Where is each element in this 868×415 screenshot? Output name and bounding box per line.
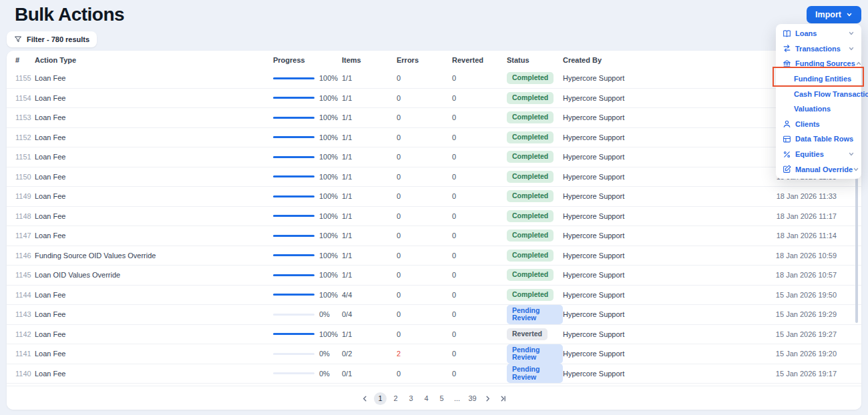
table-row[interactable]: 1144Loan Fee100%4/400CompletedHypercore … <box>7 286 861 306</box>
menu-item-equities[interactable]: Equities <box>776 147 861 162</box>
status-cell: Completed <box>507 92 563 104</box>
reverted-count: 0 <box>452 232 507 240</box>
errors-count: 0 <box>397 192 452 200</box>
table-icon <box>783 135 791 143</box>
row-id: 1142 <box>15 330 35 338</box>
menu-item-clients[interactable]: Clients <box>776 117 861 132</box>
menu-item-funding-sources[interactable]: Funding Sources <box>776 56 861 71</box>
status-badge: Completed <box>507 92 554 104</box>
menu-item-cash-flow-transactions[interactable]: Cash Flow Transactions <box>776 86 861 101</box>
row-id: 1153 <box>15 113 35 121</box>
created-at: 15 Jan 2026 19:29 <box>723 310 861 318</box>
items-count: 0/1 <box>342 370 397 378</box>
status-badge: Completed <box>507 131 554 143</box>
previous-page-button[interactable] <box>359 392 371 405</box>
chevron-down-icon <box>848 151 855 157</box>
row-id: 1150 <box>15 173 35 181</box>
row-id: 1147 <box>15 232 35 240</box>
items-count: 1/1 <box>342 133 397 141</box>
status-cell: Completed <box>507 289 563 301</box>
table-row[interactable]: 1142Loan Fee100%1/100RevertedHypercore S… <box>7 325 861 345</box>
progress-cell: 100% <box>273 173 342 181</box>
progress-percent: 100% <box>319 291 338 299</box>
action-type: Loan Fee <box>35 192 273 200</box>
table-row[interactable]: 1150Loan Fee100%1/100CompletedHypercore … <box>7 167 861 187</box>
reverted-count: 0 <box>452 350 507 358</box>
reverted-count: 0 <box>452 252 507 260</box>
import-button[interactable]: Import <box>807 6 861 23</box>
table-row[interactable]: 1155Loan Fee100%1/100CompletedHypercore … <box>7 69 861 89</box>
table-scrollbar-thumb[interactable] <box>855 177 858 323</box>
import-button-label: Import <box>815 10 841 19</box>
table-row[interactable]: 1152Loan Fee100%1/100CompletedHypercore … <box>7 128 861 148</box>
table-row[interactable]: 1145Loan OID Values Override100%1/100Com… <box>7 266 861 286</box>
table-row[interactable]: 1154Loan Fee100%1/100CompletedHypercore … <box>7 89 861 109</box>
progress-bar <box>273 294 314 296</box>
created-by: Hypercore Support <box>563 173 723 181</box>
status-cell: Completed <box>507 250 563 262</box>
column-header-errors: Errors <box>397 56 452 64</box>
table-row[interactable]: 1143Loan Fee0%0/400Pending ReviewHyperco… <box>7 305 861 325</box>
errors-count: 0 <box>397 252 452 260</box>
errors-count: 0 <box>397 153 452 161</box>
page-button-1[interactable]: 1 <box>374 392 387 405</box>
table-row[interactable]: 1141Loan Fee0%0/220Pending ReviewHyperco… <box>7 344 861 364</box>
table-row[interactable]: 1153Loan Fee100%1/100CompletedHypercore … <box>7 108 861 128</box>
progress-bar <box>273 333 314 335</box>
table-row[interactable]: 1149Loan Fee100%1/100CompletedHypercore … <box>7 187 861 207</box>
progress-cell: 0% <box>273 370 342 378</box>
page-button-4[interactable]: 4 <box>420 392 433 405</box>
progress-bar <box>273 175 314 177</box>
progress-percent: 100% <box>319 153 338 161</box>
table-row[interactable]: 1146Funding Source OID Values Override10… <box>7 246 861 266</box>
status-cell: Completed <box>507 269 563 281</box>
last-page-button[interactable] <box>497 392 509 405</box>
menu-item-funding-entities[interactable]: Funding Entities <box>776 71 861 87</box>
table-row[interactable]: 1140Loan Fee0%0/100Pending ReviewHyperco… <box>7 364 861 384</box>
created-by: Hypercore Support <box>563 74 723 82</box>
created-by: Hypercore Support <box>563 310 723 318</box>
progress-percent: 100% <box>319 271 338 279</box>
progress-cell: 100% <box>273 232 342 240</box>
page-button-39[interactable]: 39 <box>466 392 479 405</box>
progress-cell: 100% <box>273 291 342 299</box>
column-header-progress: Progress <box>273 56 342 64</box>
menu-item-manual-override[interactable]: Manual Override <box>776 161 861 177</box>
row-id: 1143 <box>15 310 35 318</box>
created-at: 18 Jan 2026 11:14 <box>723 232 861 240</box>
menu-item-valuations[interactable]: Valuations <box>776 101 861 117</box>
menu-item-loans[interactable]: Loans <box>776 26 861 41</box>
table-row[interactable]: 1147Loan Fee100%1/100CompletedHypercore … <box>7 226 861 246</box>
progress-cell: 0% <box>273 350 342 358</box>
action-type: Loan Fee <box>35 74 273 82</box>
page-button-5[interactable]: 5 <box>435 392 448 405</box>
created-at: 15 Jan 2026 19:50 <box>723 291 861 299</box>
filter-button[interactable]: Filter - 780 results <box>7 31 97 47</box>
progress-cell: 0% <box>273 310 342 318</box>
page-button-2[interactable]: 2 <box>389 392 402 405</box>
row-id: 1149 <box>15 192 35 200</box>
row-id: 1144 <box>15 291 35 299</box>
created-at: 15 Jan 2026 19:27 <box>723 330 861 338</box>
menu-item-data-table-rows[interactable]: Data Table Rows <box>776 131 861 147</box>
action-type: Loan Fee <box>35 370 273 378</box>
page-button-3[interactable]: 3 <box>405 392 417 405</box>
status-cell: Completed <box>507 111 563 123</box>
status-badge: Completed <box>507 151 554 163</box>
progress-cell: 100% <box>273 133 342 141</box>
column-header-number: # <box>15 56 35 64</box>
next-page-button[interactable] <box>481 392 494 405</box>
reverted-count: 0 <box>452 173 507 181</box>
table-row[interactable]: 1151Loan Fee100%1/100CompletedHypercore … <box>7 147 861 167</box>
progress-percent: 100% <box>319 330 338 338</box>
table-row[interactable]: 1148Loan Fee100%1/100CompletedHypercore … <box>7 207 861 227</box>
progress-percent: 0% <box>319 370 330 378</box>
progress-bar <box>273 254 314 256</box>
items-count: 1/1 <box>342 153 397 161</box>
menu-item-label: Valuations <box>794 105 831 113</box>
menu-item-transactions[interactable]: Transactions <box>776 41 861 57</box>
status-badge: Completed <box>507 250 554 262</box>
menu-item-label: Transactions <box>795 45 841 53</box>
reverted-count: 0 <box>452 310 507 318</box>
row-id: 1145 <box>15 271 35 279</box>
